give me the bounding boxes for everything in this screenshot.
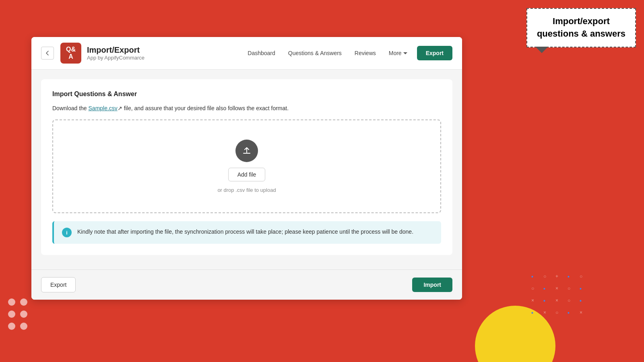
back-button[interactable] (41, 47, 54, 60)
sample-csv-link[interactable]: Sample.csv (89, 105, 118, 111)
header-export-button[interactable]: Export (417, 46, 452, 60)
scatter-symbol: • (543, 298, 545, 304)
annotation-text: Import/exportquestions & answers (537, 16, 625, 39)
import-button[interactable]: Import (412, 278, 452, 292)
chevron-down-icon (403, 52, 407, 54)
scatter-symbol: ○ (580, 274, 582, 279)
decorative-scatter: • ○ + • ○ ○ • × ○ • × • × ○ • • × ○ • × (527, 274, 624, 346)
scatter-symbol: • (568, 310, 570, 316)
annotation-box: Import/exportquestions & answers (526, 8, 636, 47)
info-notice: i Kindly note that after importing the f… (52, 221, 441, 244)
scatter-symbol: × (555, 298, 558, 303)
instruction-text: Download the Sample.csv↗ file, and assur… (52, 105, 441, 111)
scatter-symbol: × (580, 310, 582, 315)
decorative-dots-left (8, 298, 27, 330)
scatter-symbol: • (543, 286, 545, 292)
content-card: Import Questions & Answer Download the S… (41, 79, 452, 255)
scatter-symbol: ○ (543, 274, 546, 279)
app-logo: Q&A (60, 43, 81, 64)
scatter-symbol: × (531, 298, 534, 303)
upload-icon (235, 140, 258, 162)
scatter-symbol: × (555, 286, 558, 291)
scatter-symbol: • (580, 298, 582, 304)
add-file-button[interactable]: Add file (228, 168, 266, 181)
app-subtitle: App by AppifyCommarce (87, 55, 248, 61)
nav-item-questions-answers[interactable]: Questions & Answers (288, 50, 342, 56)
footer-export-button[interactable]: Export (41, 277, 76, 292)
drop-hint: or drop .csv file to upload (217, 187, 276, 193)
info-notice-text: Kindly note that after importing the fil… (77, 228, 413, 236)
app-window: Q&A Import/Export App by AppifyCommarce … (31, 37, 462, 300)
nav-item-more[interactable]: More (389, 50, 407, 56)
scatter-symbol: ○ (531, 286, 534, 291)
scatter-symbol: ○ (568, 286, 570, 291)
scatter-symbol: • (531, 274, 533, 280)
app-title-group: Import/Export App by AppifyCommarce (87, 45, 248, 61)
app-logo-text: Q&A (66, 46, 76, 60)
scatter-symbol: × (543, 310, 546, 315)
scatter-symbol: + (555, 274, 558, 279)
nav-item-reviews[interactable]: Reviews (355, 50, 376, 56)
info-icon: i (62, 228, 72, 237)
nav-item-dashboard[interactable]: Dashboard (248, 50, 275, 56)
app-header: Q&A Import/Export App by AppifyCommarce … (31, 37, 462, 70)
scatter-symbol: ○ (568, 298, 570, 303)
scatter-symbol: ○ (555, 310, 558, 315)
scatter-symbol: • (568, 274, 570, 280)
main-content: Import Questions & Answer Download the S… (31, 70, 462, 269)
scatter-symbol: • (531, 310, 533, 316)
app-footer: Export Import (31, 269, 462, 300)
scatter-symbol: • (580, 286, 582, 292)
nav-menu: Dashboard Questions & Answers Reviews Mo… (248, 50, 407, 56)
upload-zone[interactable]: Add file or drop .csv file to upload (52, 119, 441, 213)
app-title: Import/Export (87, 45, 248, 55)
section-title: Import Questions & Answer (52, 90, 441, 98)
